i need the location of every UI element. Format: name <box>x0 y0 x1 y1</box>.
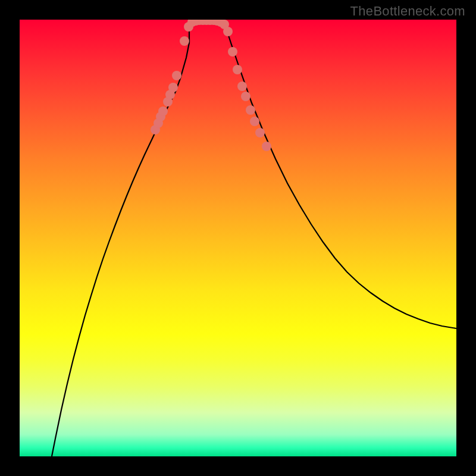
marker-point <box>172 71 181 80</box>
marker-point <box>158 107 168 116</box>
marker-point <box>255 128 265 137</box>
marker-point <box>241 92 250 101</box>
marker-point <box>180 36 189 46</box>
marker-point <box>246 105 255 115</box>
marker-point <box>223 27 233 36</box>
chart-frame: TheBottleneck.com <box>0 0 476 476</box>
marker-point <box>233 65 242 74</box>
plot-area <box>20 20 456 456</box>
marker-point <box>262 142 271 151</box>
marker-point <box>228 47 237 57</box>
marker-point <box>168 83 178 92</box>
marker-group <box>151 20 271 151</box>
marker-point <box>237 82 247 91</box>
curve-path-group <box>52 20 456 456</box>
watermark-label: TheBottleneck.com <box>350 4 465 19</box>
curve-path <box>52 20 456 456</box>
bottleneck-curve <box>20 20 456 456</box>
marker-point <box>250 117 259 126</box>
